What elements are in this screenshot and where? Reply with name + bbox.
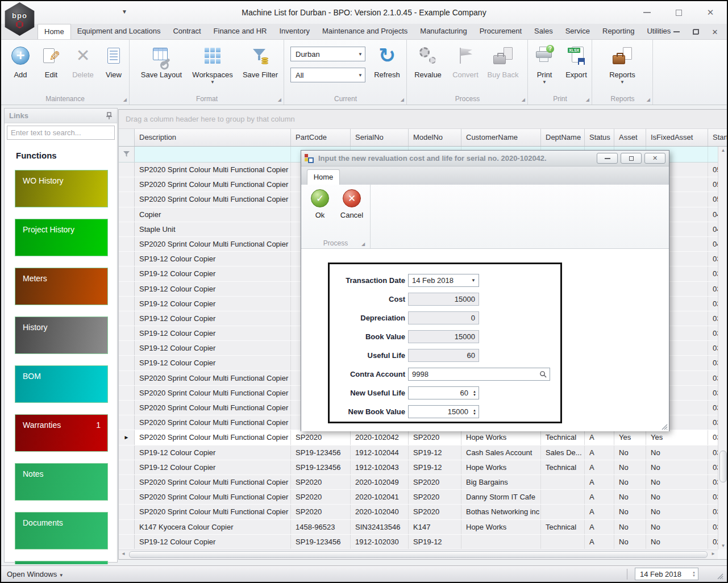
save-filter-button[interactable]: Save Filter <box>240 43 280 79</box>
print-button[interactable]: ? Print ▼ <box>526 43 563 85</box>
workspaces-button[interactable]: Workspaces ▼ <box>189 43 236 85</box>
ok-button[interactable]: ✓ Ok <box>304 189 336 219</box>
field-new-book-value-spinner-icons[interactable]: ▲▼ <box>471 409 479 415</box>
column-header-deptname[interactable]: DeptName <box>541 129 585 146</box>
group-by-panel[interactable]: Drag a column header here to group by th… <box>119 110 728 129</box>
edit-button[interactable]: ✎ Edit <box>33 43 69 79</box>
column-header-serialno[interactable]: SerialNo <box>351 129 409 146</box>
dialog-tab-home[interactable]: Home <box>307 169 340 185</box>
window-minimize-button[interactable] <box>636 5 658 20</box>
scroll-right-icon[interactable]: ► <box>711 551 715 556</box>
table-row[interactable]: SP2020 Sprint Colour Multi Functional Co… <box>119 505 728 519</box>
function-tile-wo-history[interactable]: WO History <box>15 170 108 207</box>
cancel-button[interactable]: ✕ Cancel <box>336 189 368 219</box>
mdi-minimize-button[interactable] <box>671 27 681 36</box>
column-header-asset[interactable]: Asset <box>614 129 646 146</box>
status-date-spin-icons[interactable]: ▲▼ <box>690 570 698 577</box>
scroll-left-icon[interactable]: ◄ <box>121 551 126 556</box>
print-dialog-launcher-icon[interactable]: ◢ <box>586 97 589 102</box>
form-icon <box>305 154 314 163</box>
vertical-scrollbar[interactable]: ▲ ▼ <box>718 147 728 549</box>
field-contra-account[interactable]: 9998 <box>408 368 550 381</box>
menu-tab-reporting[interactable]: Reporting <box>596 24 640 39</box>
reports-button[interactable]: Reports ▼ <box>604 43 640 85</box>
reports-dialog-launcher-icon[interactable]: ◢ <box>647 97 650 102</box>
window-resize-grip[interactable] <box>715 572 723 580</box>
column-header-status[interactable]: Status <box>585 129 614 146</box>
export-button[interactable]: XLSX Export <box>558 43 594 79</box>
sidebar-search-input[interactable] <box>7 128 111 137</box>
pin-icon[interactable] <box>106 112 113 120</box>
table-row[interactable]: SP2020 Sprint Colour Multi Functional Co… <box>119 475 728 490</box>
function-tile-warranties[interactable]: Warranties1 <box>15 414 108 452</box>
location-combobox[interactable]: Durban ▼ <box>290 47 365 61</box>
function-tile-documents[interactable]: Documents <box>15 512 108 549</box>
table-row[interactable]: SP2020 Sprint Colour Multi Functional Co… <box>119 490 728 505</box>
menu-tab-service[interactable]: Service <box>559 24 596 39</box>
column-header-modelno[interactable]: ModelNo <box>409 129 461 146</box>
menu-tab-manufacturing[interactable]: Manufacturing <box>414 24 473 39</box>
field-new-book-value[interactable]: 15000▲▼ <box>408 405 479 418</box>
function-tile-history[interactable]: History <box>15 317 108 354</box>
menu-tab-finance-and-hr[interactable]: Finance and HR <box>207 24 273 39</box>
view-button[interactable]: View <box>95 43 132 79</box>
save-layout-button[interactable]: Save Layout <box>140 43 182 79</box>
menu-tab-procurement[interactable]: Procurement <box>473 24 528 39</box>
menu-tab-sales[interactable]: Sales <box>528 24 559 39</box>
status-filter-combobox-arrow-icon[interactable]: ▼ <box>356 73 365 78</box>
vertical-scrollbar-thumb[interactable] <box>719 451 727 482</box>
field-transaction-date-dropdown-icon[interactable]: ▼ <box>468 278 479 283</box>
column-header-customername[interactable]: CustomerName <box>461 129 541 146</box>
status-date-spinner[interactable]: 14 Feb 2018 ▲▼ <box>635 568 698 580</box>
column-header-partcode[interactable]: PartCode <box>291 129 351 146</box>
window-maximize-button[interactable] <box>668 5 689 20</box>
format-dialog-launcher-icon[interactable]: ◢ <box>278 97 281 102</box>
field-new-useful-life-spinner-icons[interactable]: ▲▼ <box>471 390 479 397</box>
column-header-isfixedasset[interactable]: IsFixedAsset <box>646 129 708 146</box>
location-combobox-arrow-icon[interactable]: ▼ <box>356 52 365 57</box>
process-dialog-launcher-icon[interactable]: ◢ <box>522 97 525 102</box>
row-indicator <box>119 520 135 534</box>
horizontal-scrollbar-thumb[interactable] <box>129 551 708 558</box>
function-tile-notes[interactable]: Notes <box>15 463 108 501</box>
window-close-button[interactable]: ✕ <box>700 5 721 20</box>
refresh-button[interactable]: ↻ Refresh <box>369 43 405 79</box>
open-windows-button[interactable]: Open Windows ▼ <box>7 566 64 582</box>
row-indicator <box>119 475 135 489</box>
filter-cell-description[interactable] <box>135 147 291 162</box>
status-filter-combobox[interactable]: All ▼ <box>290 68 365 82</box>
maintenance-dialog-launcher-icon[interactable]: ◢ <box>123 97 127 102</box>
mdi-restore-button[interactable] <box>690 27 701 36</box>
dialog-process-launcher-icon[interactable]: ◢ <box>361 241 365 247</box>
scroll-down-icon[interactable]: ▼ <box>718 543 728 548</box>
column-header-startd[interactable]: StartD <box>708 129 728 146</box>
table-row[interactable]: SP19-12 Colour CopierSP19-1234561912-102… <box>119 445 728 460</box>
menu-tab-contract[interactable]: Contract <box>167 24 207 39</box>
function-tile-project-history[interactable]: Project History <box>15 219 108 256</box>
dialog-resize-grip[interactable] <box>660 422 668 430</box>
menu-bar: HomeEquipment and LocationsContractFinan… <box>1 24 727 40</box>
table-row[interactable]: SP19-12 Colour CopierSP19-1234561912-102… <box>119 460 728 475</box>
column-header-description[interactable]: Description <box>135 129 291 146</box>
revalue-button[interactable]: Revalue <box>410 43 446 79</box>
mdi-close-button[interactable]: ✕ <box>710 27 720 36</box>
field-contra-account-lookup-icon[interactable] <box>539 370 547 378</box>
table-row[interactable]: ►SP2020 Sprint Colour Multi Functional C… <box>119 430 728 445</box>
menu-tab-maintenance-and-projects[interactable]: Maintenance and Projects <box>316 24 414 39</box>
function-tile-meters[interactable]: Meters <box>15 268 108 305</box>
dialog-close-button[interactable]: ✕ <box>644 153 665 164</box>
table-row[interactable]: K147 Kyocera Colour Copier1458-96523SIN3… <box>119 520 728 535</box>
dialog-minimize-button[interactable] <box>597 153 618 164</box>
scroll-up-icon[interactable]: ▲ <box>718 148 728 153</box>
dialog-maximize-button[interactable] <box>621 153 642 164</box>
field-transaction-date[interactable]: 14 Feb 2018▼ <box>408 274 479 287</box>
menu-tab-inventory[interactable]: Inventory <box>273 24 316 39</box>
horizontal-scrollbar[interactable]: ◄ ► <box>119 549 718 559</box>
menu-tab-equipment-and-locations[interactable]: Equipment and Locations <box>71 24 167 39</box>
current-dialog-launcher-icon[interactable]: ◢ <box>401 97 404 102</box>
function-tile-bom[interactable]: BOM <box>15 365 108 403</box>
sidebar-search-box[interactable] <box>7 126 115 140</box>
table-row[interactable]: SP19-12 Colour CopierSP19-1234561912-102… <box>119 535 728 549</box>
menu-tab-home[interactable]: Home <box>38 24 71 39</box>
field-new-useful-life[interactable]: 60▲▼ <box>408 386 479 399</box>
